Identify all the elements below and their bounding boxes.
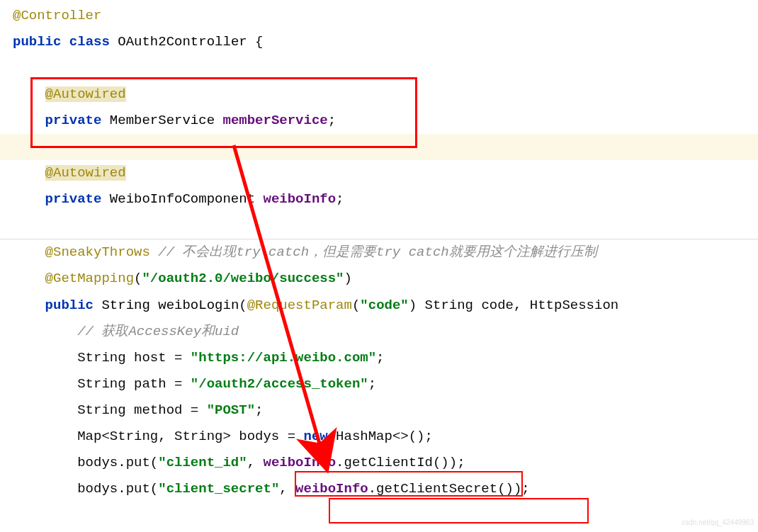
type-memberservice: MemberService: [110, 113, 215, 128]
code-line: private WeiboInfoComponent weiboInfo;: [0, 186, 758, 213]
keyword-private: private: [45, 191, 102, 207]
string-literal: "https://api.weibo.com": [191, 350, 376, 366]
field-weiboinfo-usage: weiboInfo: [295, 481, 368, 497]
code-line: String path = "/oauth2/access_token";: [0, 371, 758, 397]
comment-text: // 不会出现try catch，但是需要try catch就要用这个注解进行压…: [150, 244, 597, 260]
code-line: @GetMapping("/oauth2.0/weibo/success"): [0, 266, 758, 292]
field-weiboinfo: weiboInfo: [263, 191, 336, 207]
code-line-blank: [0, 213, 758, 239]
code-line: @Controller: [0, 3, 758, 29]
keyword-class: class: [69, 34, 110, 50]
comment-text: // 获取AccessKey和uid: [77, 324, 239, 339]
code-line: @SneakyThrows // 不会出现try catch，但是需要try c…: [0, 239, 758, 266]
annotation-autowired: @Autowired: [45, 165, 126, 181]
code-line: private MemberService memberService;: [0, 108, 758, 134]
annotation-autowired: @Autowired: [45, 86, 126, 102]
code-line-blank: [0, 55, 758, 81]
code-line: public class OAuth2Controller {: [0, 29, 758, 55]
code-editor-viewport: @Controller public class OAuth2Controlle…: [0, 0, 758, 502]
string-literal: "client_secret": [158, 481, 279, 497]
code-line: @Autowired: [0, 81, 758, 108]
code-line: String method = "POST";: [0, 397, 758, 424]
keyword-new: new: [303, 429, 327, 444]
field-weiboinfo-usage: weiboInfo: [263, 455, 336, 470]
string-literal: "/oauth2.0/weibo/success": [142, 271, 344, 286]
code-line-highlighted: [0, 134, 758, 160]
annotation-controller: @Controller: [13, 8, 101, 23]
keyword-public: public: [45, 298, 94, 313]
field-memberservice: memberService: [222, 113, 327, 128]
string-literal: "POST": [207, 402, 255, 418]
code-line: String host = "https://api.weibo.com";: [0, 345, 758, 371]
string-literal: "client_id": [158, 455, 247, 470]
code-line: bodys.put("client_id", weiboInfo.getClie…: [0, 450, 758, 476]
code-line: @Autowired: [0, 160, 758, 186]
code-line: // 获取AccessKey和uid: [0, 319, 758, 345]
string-literal: "/oauth2/access_token": [191, 376, 368, 392]
keyword-private: private: [45, 113, 102, 128]
watermark-text: csdn.net/qq_42449963: [681, 516, 754, 530]
method-name: weiboLogin: [158, 298, 239, 313]
keyword-public: public: [13, 34, 61, 50]
code-line: public String weiboLogin(@RequestParam("…: [0, 293, 758, 319]
annotation-requestparam: @RequestParam: [247, 298, 352, 313]
annotation-getmapping: @GetMapping: [45, 271, 134, 286]
string-literal: "code": [360, 298, 408, 313]
class-name: OAuth2Controller: [118, 34, 247, 50]
type-weiboinfocomponent: WeiboInfoComponent: [110, 191, 255, 207]
annotation-sneakythrows: @SneakyThrows: [45, 244, 150, 260]
code-line: Map<String, String> bodys = new HashMap<…: [0, 424, 758, 450]
code-line: bodys.put("client_secret", weiboInfo.get…: [0, 476, 758, 502]
